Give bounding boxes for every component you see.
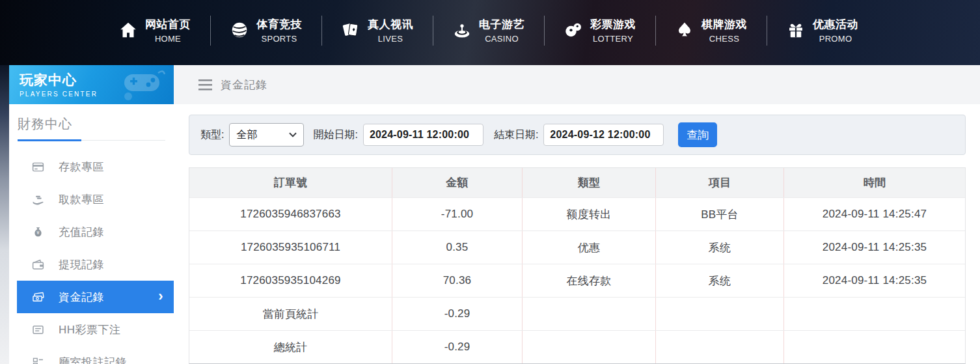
cell-type [523,298,656,330]
top-nav: 网站首页 HOME 体育竞技 SPORTS 真人视讯 [0,0,980,65]
start-date-input[interactable] [363,124,483,146]
playing-cards-icon [341,20,361,40]
sidebar-header: 玩家中心 PLAYERS CENTER [9,65,174,104]
sidebar-item-deposit[interactable]: 存款專區 [9,150,174,183]
nav-label-cn: 电子游艺 [479,17,524,32]
nav-label-en: LOTTERY [593,34,633,44]
wallet-icon [31,258,45,272]
nav-label-cn: 棋牌游戏 [701,17,747,32]
sidebar-item-recharge-record[interactable]: ¥ 充值記錄 [9,216,174,248]
sports-ball-icon [230,20,249,40]
nav-item-lives[interactable]: 真人视讯 LIVES [321,0,433,60]
nav-label-en: CHESS [709,34,739,44]
sidebar-item-label: 存款專區 [59,160,104,175]
cell-amount: -0.29 [392,331,523,363]
type-select[interactable]: 全部 [229,123,304,147]
cell-order-no: 1726035935104269 [189,264,392,297]
sidebar-item-label: 充值記錄 [59,225,104,240]
sidebar-item-withdraw[interactable]: 取款專區 [9,183,174,216]
funds-record-table: 訂單號 金額 類型 項目 時間 1726035946837663 -71.00 … [189,167,966,364]
start-date-label: 開始日期: [313,128,357,142]
svg-text:¥: ¥ [36,230,40,236]
deposit-card-icon [31,160,45,174]
banknotes-icon [31,290,45,304]
nav-label-en: LIVES [378,34,403,44]
column-header-item: 項目 [656,168,784,197]
nav-label-en: CASINO [485,34,519,44]
spade-icon [675,20,694,40]
cell-amount: 0.35 [392,231,523,264]
page: 网站首页 HOME 体育竞技 SPORTS 真人视讯 [0,0,980,364]
cell-amount: -0.29 [392,298,523,330]
sidebar-item-label: 提現記錄 [59,257,104,272]
table-row-page-total: 當前頁統計 -0.29 [189,298,965,331]
sidebar-item-withdrawal-record[interactable]: 提現記錄 [9,248,174,281]
sidebar-item-label: 取款專區 [59,192,104,207]
hand-money-icon [31,193,45,206]
chevron-right-icon: › [158,288,163,305]
cell-amount: 70.36 [392,264,523,297]
page-title: 資金記錄 [221,77,267,92]
table-row-grand-total: 總統計 -0.29 [189,331,965,363]
breadcrumb: 資金記錄 [174,65,980,104]
cell-order-no: 1726035935106711 [189,231,392,264]
sidebar-item-label: 資金記錄 [59,290,104,305]
nav-items: 网站首页 HOME 体育竞技 SPORTS 真人视讯 [99,0,878,60]
sidebar-menu: 存款專區 取款專區 ¥ 充值記錄 提現記錄 [9,150,174,364]
cell-time: 2024-09-11 14:25:47 [784,198,965,231]
column-header-order-no: 訂單號 [189,168,392,197]
sidebar-item-funds-record[interactable]: 資金記錄 › [17,281,174,313]
cell-time: 2024-09-11 14:25:35 [784,264,965,297]
sidebar: 玩家中心 PLAYERS CENTER 財務中心 存款專區 [9,65,174,364]
room-record-icon [31,356,45,364]
cell-type [523,331,656,363]
nav-label-cn: 彩票游戏 [590,17,636,32]
column-header-time: 時間 [784,168,965,197]
nav-item-casino[interactable]: 电子游艺 CASINO [433,0,544,60]
cell-item: 系统 [656,231,784,264]
cell-type: 额度转出 [523,198,656,231]
gamepad-watermark-icon [113,68,170,103]
cell-item [656,331,784,363]
type-select-value: 全部 [236,128,257,142]
sidebar-item-label: 廳室投註記錄 [59,355,127,364]
table-header-row: 訂單號 金額 類型 項目 時間 [189,168,965,198]
cell-type: 在线存款 [523,264,656,297]
sidebar-item-hh-lottery-bets[interactable]: HH彩票下注 [9,313,174,346]
nav-item-sports[interactable]: 体育竞技 SPORTS [210,0,321,60]
nav-label-en: HOME [155,34,181,44]
cell-item: 系统 [656,264,784,297]
nav-label-cn: 体育竞技 [256,17,302,32]
end-date-label: 結束日期: [494,128,538,142]
roulette-icon [452,20,472,40]
nav-label-en: SPORTS [261,34,297,44]
cell-time [784,298,965,330]
table-row: 1726035935104269 70.36 在线存款 系统 2024-09-1… [189,264,965,298]
search-button[interactable]: 查詢 [678,122,717,147]
sidebar-item-room-bet-record[interactable]: 廳室投註記錄 [9,346,174,364]
chevron-down-icon [289,132,297,137]
cell-time [784,331,965,363]
table-row: 1726035946837663 -71.00 额度转出 BB平台 2024-0… [189,198,965,231]
money-bag-icon: ¥ [31,225,45,239]
bet-list-icon [31,323,45,337]
nav-item-lottery[interactable]: 彩票游戏 LOTTERY [544,0,655,60]
sidebar-item-label: HH彩票下注 [59,322,121,337]
nav-label-cn: 真人视讯 [368,17,413,32]
nav-item-home[interactable]: 网站首页 HOME [99,0,210,60]
cell-label: 總統計 [189,331,392,363]
menu-toggle-icon[interactable] [198,79,212,91]
nav-label-en: PROMO [819,34,852,44]
cell-order-no: 1726035946837663 [189,198,392,231]
gift-icon [786,20,806,40]
nav-item-chess[interactable]: 棋牌游戏 CHESS [655,0,767,60]
cell-time: 2024-09-11 14:25:35 [784,231,965,264]
cell-label: 當前頁統計 [189,298,392,330]
lottery-balls-icon [564,20,583,40]
end-date-input[interactable] [543,124,664,146]
nav-item-promo[interactable]: 优惠活动 PROMO [767,0,878,60]
sidebar-section-title: 財務中心 [9,104,174,140]
home-icon [118,20,138,40]
cell-type: 优惠 [523,231,656,264]
column-header-amount: 金額 [392,168,523,197]
